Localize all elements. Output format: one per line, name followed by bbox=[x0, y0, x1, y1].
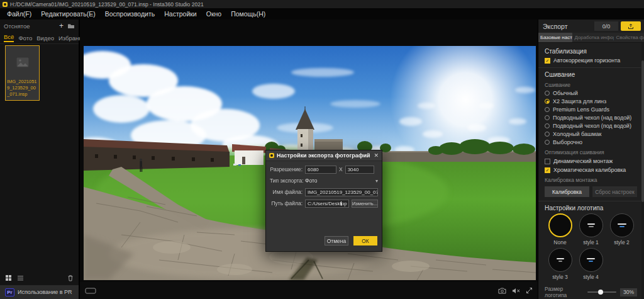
file-path-input[interactable]: C:/Users/Desktop bbox=[305, 200, 349, 208]
stitch-option-normal[interactable]: Обычный bbox=[545, 90, 637, 96]
resolution-width-input[interactable]: 6080 bbox=[305, 166, 336, 174]
use-in-premiere-row[interactable]: Pr Использование в PR bbox=[0, 285, 79, 299]
logo-size-label: Размер логотипа bbox=[545, 286, 584, 298]
tab-file-properties[interactable]: Свойства файла bbox=[614, 33, 644, 42]
reset-settings-button[interactable]: Сброс настроек bbox=[592, 186, 637, 197]
resolution-row: Разрешение: 6080 X 3040 bbox=[270, 165, 378, 174]
list-view-icon[interactable] bbox=[17, 274, 24, 281]
app-logo-icon bbox=[3, 2, 8, 7]
calibration-buttons: Калибровка Сброс настроек bbox=[545, 186, 637, 197]
grid-view-icon[interactable] bbox=[5, 274, 12, 281]
media-thumbnail-selected[interactable]: IMG_20210519_123529_00_071.insp bbox=[5, 45, 40, 101]
logo-style2-circle[interactable] bbox=[610, 213, 634, 237]
logo-style1-circle[interactable] bbox=[579, 213, 603, 237]
divider bbox=[538, 201, 641, 201]
import-folder-icon[interactable] bbox=[67, 23, 75, 29]
menu-window[interactable]: Окно bbox=[206, 10, 221, 18]
logo-style-3[interactable]: style 3 bbox=[545, 248, 575, 283]
logo-style-1[interactable]: style 1 bbox=[575, 213, 606, 248]
tab-refine-info[interactable]: Доработка информации bbox=[572, 33, 614, 42]
file-path-label: Путь файла: bbox=[270, 200, 303, 206]
logo-size-row: Размер логотипа 30% bbox=[545, 286, 637, 298]
radio-icon[interactable] bbox=[545, 107, 550, 112]
library-toolbar bbox=[0, 273, 79, 283]
tab-all[interactable]: Всё bbox=[4, 33, 14, 42]
stitch-option-dive-case-below[interactable]: Подводный чехол (под водой) bbox=[545, 123, 637, 129]
tab-basic-settings[interactable]: Базовые настройки bbox=[538, 33, 572, 42]
radio-icon[interactable] bbox=[545, 140, 550, 145]
app-logo-icon bbox=[269, 153, 274, 158]
logo-style-2[interactable]: style 2 bbox=[606, 213, 637, 248]
chevron-down-icon[interactable]: ▾ bbox=[375, 178, 378, 184]
radio-icon[interactable] bbox=[545, 91, 550, 96]
image-placeholder-icon bbox=[16, 57, 29, 67]
logo-style-none[interactable]: None bbox=[545, 213, 575, 248]
logo-size-value: 30% bbox=[620, 288, 637, 296]
radio-icon[interactable] bbox=[545, 115, 550, 120]
dialog-body: Разрешение: 6080 X 3040 Тип экспорта: Фо… bbox=[266, 161, 382, 208]
library-tabs: Всё Фото Видео Избранное bbox=[0, 32, 79, 44]
logo-style3-circle[interactable] bbox=[548, 248, 572, 272]
radio-icon[interactable] bbox=[545, 132, 550, 137]
close-icon[interactable]: ✕ bbox=[373, 152, 380, 159]
checkbox-checked-icon[interactable]: ✓ bbox=[545, 167, 550, 173]
auto-horizon-checkbox-row[interactable]: ✓ Автокоррекция горизонта bbox=[545, 57, 637, 64]
menu-play[interactable]: Воспроизводить bbox=[105, 10, 155, 18]
stitch-calibration-label: Калибровка монтажа bbox=[545, 177, 637, 183]
add-media-icon[interactable]: + bbox=[59, 23, 64, 29]
dialog-title-bar: Настройки экспорта фотографий ✕ bbox=[266, 150, 382, 161]
export-panel-header: Экспорт 0/0 bbox=[538, 20, 644, 33]
stitch-option-premium-lens-guards[interactable]: Premium Lens Guards bbox=[545, 106, 637, 113]
logo-style4-circle[interactable] bbox=[579, 248, 603, 272]
radio-selected-icon[interactable] bbox=[545, 99, 550, 104]
stitch-option-dive-case-above[interactable]: Подводный чехол (над водой) bbox=[545, 115, 637, 121]
file-name-input[interactable]: IMG_20210519_123529_00_071.jpg bbox=[305, 188, 378, 196]
screenshot-camera-icon[interactable] bbox=[498, 287, 506, 294]
dialog-title: Настройки экспорта фотографий bbox=[277, 152, 370, 159]
library-header: Отснятое + bbox=[0, 20, 79, 32]
menu-settings[interactable]: Настройки bbox=[164, 10, 197, 18]
checkbox-unchecked-icon[interactable] bbox=[545, 159, 550, 164]
stitch-option-cold-shoe[interactable]: Холодный башмак bbox=[545, 131, 637, 137]
checkbox-checked-icon[interactable]: ✓ bbox=[545, 58, 550, 64]
menu-help[interactable]: Помощь(H) bbox=[231, 10, 265, 18]
chromatic-calibration-label: Хроматическая калибровка bbox=[553, 167, 626, 173]
cancel-button[interactable]: Отмена bbox=[325, 236, 348, 245]
dynamic-stitching-label: Динамический монтаж bbox=[553, 158, 613, 164]
export-button[interactable] bbox=[621, 21, 641, 31]
library-header-label: Отснятое bbox=[4, 23, 55, 30]
upload-export-icon bbox=[628, 23, 634, 30]
ok-button[interactable]: ОК bbox=[353, 236, 377, 245]
tab-video[interactable]: Видео bbox=[36, 35, 54, 42]
optimization-title: Оптимизация сшивания bbox=[545, 149, 637, 155]
trash-icon[interactable] bbox=[67, 274, 74, 281]
scrollbar-thumb[interactable] bbox=[641, 60, 644, 202]
logo-size-slider[interactable] bbox=[587, 291, 616, 293]
logo-none-circle[interactable] bbox=[548, 213, 572, 237]
export-panel: Экспорт 0/0 Базовые настройки Доработка … bbox=[538, 20, 644, 299]
menu-edit[interactable]: Редактировать(E) bbox=[41, 10, 96, 18]
logo-brand-mark bbox=[587, 258, 595, 259]
tab-photo[interactable]: Фото bbox=[18, 35, 32, 42]
resolution-x-separator: X bbox=[339, 166, 343, 172]
stitch-option-custom[interactable]: Выборочно bbox=[545, 139, 637, 145]
pano-view-mode-icon[interactable] bbox=[85, 288, 96, 294]
file-path-row: Путь файла: C:/Users/Desktop Изменить... bbox=[270, 199, 378, 208]
logo-style-4[interactable]: style 4 bbox=[575, 248, 606, 283]
export-type-row[interactable]: Тип экспорта: Фото ▾ bbox=[270, 176, 378, 185]
panel-scrollbar[interactable] bbox=[641, 43, 644, 299]
fullscreen-icon[interactable] bbox=[526, 287, 533, 294]
dynamic-stitching-checkbox-row[interactable]: Динамический монтаж bbox=[545, 158, 637, 164]
calibrate-button[interactable]: Калибровка bbox=[545, 186, 589, 197]
radio-icon[interactable] bbox=[545, 123, 550, 128]
export-panel-tabs: Базовые настройки Доработка информации С… bbox=[538, 33, 644, 43]
slider-knob[interactable] bbox=[598, 290, 603, 295]
chromatic-calibration-checkbox-row[interactable]: ✓ Хроматическая калибровка bbox=[545, 167, 637, 173]
menu-file[interactable]: Файл(F) bbox=[7, 10, 31, 18]
stitch-option-x2-lens-guard[interactable]: X2 Защита для линз bbox=[545, 98, 637, 104]
window-title-bar: H:/DCIM/Camera01/IMG_20210519_123529_00_… bbox=[0, 0, 644, 8]
speaker-muted-icon[interactable] bbox=[512, 288, 520, 294]
export-panel-body: Стабилизация ✓ Автокоррекция горизонта С… bbox=[538, 43, 641, 299]
change-path-button[interactable]: Изменить... bbox=[352, 200, 378, 208]
resolution-height-input[interactable]: 3040 bbox=[345, 166, 374, 174]
